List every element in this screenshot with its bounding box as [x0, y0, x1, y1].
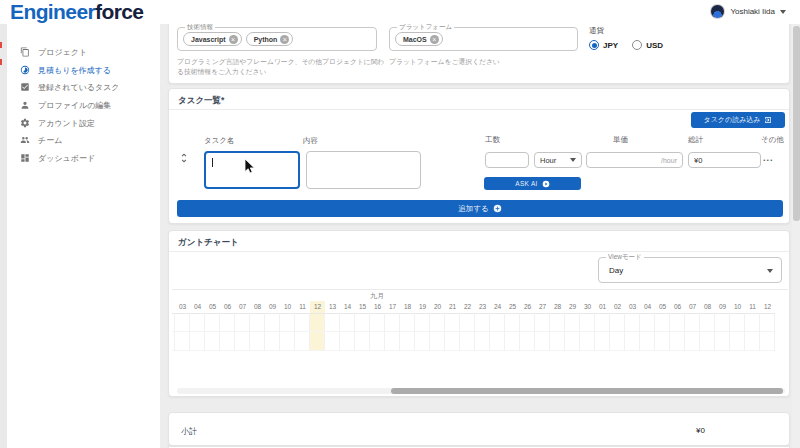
gantt-date: 08 [700, 301, 715, 313]
page-vertical-scrollbar[interactable] [792, 24, 800, 448]
sidebar-item-label: プロジェクト [38, 47, 87, 58]
sidebar-item-edit-profile[interactable]: プロファイルの編集 [0, 97, 160, 113]
description-textarea[interactable] [306, 151, 421, 189]
tag-chip[interactable]: Javascript× [183, 32, 242, 46]
scrollbar-thumb[interactable] [391, 388, 783, 394]
gantt-grid-cell [580, 313, 595, 332]
subtotal-value: ¥0 [696, 426, 705, 435]
gantt-date: 12 [310, 301, 325, 313]
user-name: Yoshiaki Iida [730, 7, 775, 16]
gantt-grid-cell [400, 313, 415, 332]
unit-price-input[interactable]: /hour [586, 152, 683, 168]
gantt-date: 11 [745, 301, 760, 313]
platform-chips: MacOS× [395, 32, 443, 46]
tag-chip[interactable]: MacOS× [395, 32, 443, 46]
gantt-grid-cell [445, 313, 460, 332]
gantt-grid-cell [190, 332, 205, 351]
effort-input[interactable] [485, 152, 529, 168]
subtotal-label: 小計 [181, 426, 197, 437]
gantt-date: 06 [220, 301, 235, 313]
radio-usd[interactable]: USD [632, 40, 663, 50]
sidebar-item-label: 見積もりを作成する [38, 65, 111, 76]
gantt-grid-cell [535, 332, 550, 351]
gantt-grid-cell [235, 313, 250, 332]
task-list-title: タスク一覧* [178, 95, 224, 107]
chevron-down-icon [767, 269, 773, 273]
total-input[interactable]: ¥0 [688, 152, 761, 168]
gantt-date: 18 [400, 301, 415, 313]
view-mode-label: Viewモード [606, 254, 644, 261]
col-task-name: タスク名 [204, 136, 235, 146]
gantt-grid-cell [355, 313, 370, 332]
sidebar-item-label: 登録されているタスク [38, 82, 120, 93]
gantt-grid-cell [205, 332, 220, 351]
gantt-date: 05 [205, 301, 220, 313]
gantt-grid-cell [310, 313, 325, 332]
gantt-grid-cell [505, 313, 520, 332]
window-left-gutter [0, 24, 7, 448]
sidebar-item-account-settings[interactable]: アカウント設定 [0, 115, 160, 131]
gantt-date: 15 [355, 301, 370, 313]
view-mode-select[interactable]: Viewモード Day [598, 257, 782, 283]
gantt-grid-cell [400, 332, 415, 351]
chip-remove-icon[interactable]: × [229, 35, 238, 44]
gantt-grid-cell [505, 332, 520, 351]
timelapse-icon [20, 65, 30, 75]
chip-remove-icon[interactable]: × [280, 35, 289, 44]
ask-ai-button[interactable]: ASK AI [484, 177, 581, 190]
drag-handle-icon[interactable] [178, 151, 190, 165]
gantt-grid-cell [475, 313, 490, 332]
gantt-date: 01 [595, 301, 610, 313]
chip-label: Javascript [191, 36, 226, 43]
gantt-date: 24 [490, 301, 505, 313]
gantt-grid-cell [265, 313, 280, 332]
tech-helper-text: プログラミング言語やフレームワーク、その他プロジェクトに関わる技術情報をご入力く… [177, 57, 389, 77]
scrollbar-thumb[interactable] [793, 26, 800, 221]
tech-info-field[interactable]: 技術情報 Javascript×Python× [177, 27, 377, 51]
gantt-grid-cell [310, 332, 325, 351]
view-mode-value: Day [609, 266, 623, 275]
gantt-grid-cell [295, 332, 310, 351]
sidebar-item-label: プロファイルの編集 [38, 100, 111, 111]
gantt-date: 10 [730, 301, 745, 313]
platform-field[interactable]: プラットフォーム MacOS× [389, 27, 578, 51]
sidebar-item-dashboard[interactable]: ダッシュボード [0, 150, 160, 166]
gantt-grid-cell [760, 332, 775, 351]
gantt-grid-cell [490, 332, 505, 351]
gantt-grid-cell [175, 332, 190, 351]
load-tasks-button[interactable]: タスクの読み込み [691, 112, 785, 128]
sidebar-item-registered-tasks[interactable]: 登録されているタスク [0, 79, 160, 95]
gantt-grid-cell [325, 313, 340, 332]
gantt-grid-cell [340, 332, 355, 351]
gantt-grid-cell [520, 313, 535, 332]
gantt-horizontal-scrollbar[interactable] [177, 388, 785, 394]
gantt-date: 22 [460, 301, 475, 313]
gantt-date: 09 [265, 301, 280, 313]
user-menu[interactable]: Yoshiaki Iida [710, 4, 786, 19]
divider [169, 109, 789, 110]
sidebar-item-projects[interactable]: プロジェクト [0, 44, 160, 60]
sidebar-item-create-estimate[interactable]: 見積もりを作成する [0, 62, 160, 78]
app-logo[interactable]: Engineerforce [10, 0, 143, 24]
gantt-date: 17 [385, 301, 400, 313]
gantt-grid-cell [265, 332, 280, 351]
radio-jpy[interactable]: JPY [589, 40, 618, 50]
chip-remove-icon[interactable]: × [430, 35, 439, 44]
gantt-grid-cell [460, 313, 475, 332]
gantt-date: 07 [685, 301, 700, 313]
gantt-date: 19 [415, 301, 430, 313]
col-unit-price: 単価 [613, 135, 628, 145]
gantt-grid-row [172, 313, 775, 332]
more-options-button[interactable]: ... [763, 153, 774, 163]
checked-task-icon [20, 82, 30, 92]
add-task-button[interactable]: 追加する [177, 200, 783, 217]
tag-chip[interactable]: Python× [246, 32, 294, 46]
sidebar-item-team[interactable]: チーム [0, 132, 160, 148]
gantt-grid-cell [355, 332, 370, 351]
effort-unit-select[interactable]: Hour [534, 152, 582, 168]
gantt-grid-cell [250, 332, 265, 351]
avatar[interactable] [710, 4, 725, 19]
gantt-grid-cell [415, 332, 430, 351]
divider [169, 251, 789, 252]
task-list-card: タスク一覧* タスクの読み込み タスク名 内容 工数 単価 総計 その他 Hou… [168, 88, 790, 224]
